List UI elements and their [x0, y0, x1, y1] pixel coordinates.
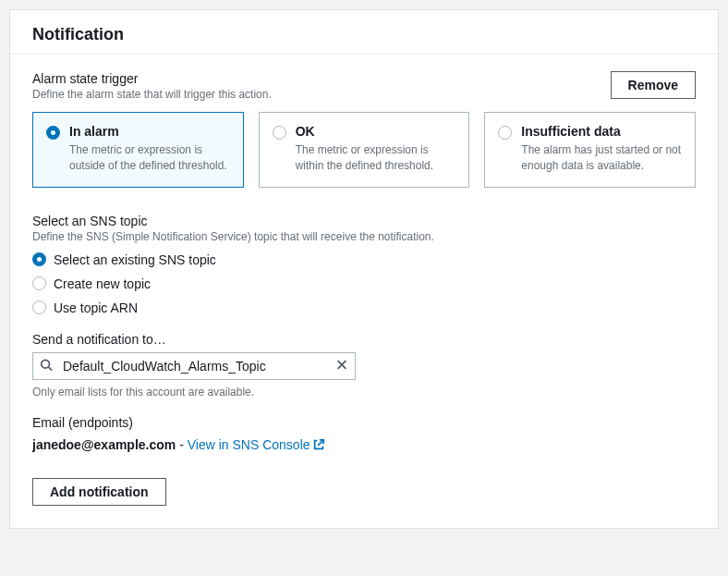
send-to-input-wrap [32, 352, 356, 380]
radio-icon [273, 126, 286, 140]
svg-line-4 [318, 439, 323, 445]
tile-desc: The alarm has just started or not enough… [521, 142, 682, 174]
send-to-label: Send a notification to… [32, 332, 696, 347]
tile-title: In alarm [69, 124, 230, 139]
tile-title: Insufficient data [521, 124, 682, 139]
panel-body: Alarm state trigger Define the alarm sta… [10, 55, 718, 528]
add-notification-row: Add notification [32, 478, 696, 506]
send-to-help: Only email lists for this account are av… [32, 386, 696, 398]
panel-header: Notification [10, 10, 718, 55]
sns-option-existing[interactable]: Select an existing SNS topic [32, 252, 696, 267]
trigger-tile-in-alarm[interactable]: In alarm The metric or expression is out… [32, 112, 244, 188]
remove-button[interactable]: Remove [611, 71, 696, 99]
trigger-section-header: Alarm state trigger Define the alarm sta… [32, 71, 696, 101]
panel-title: Notification [32, 25, 696, 44]
radio-icon [46, 126, 60, 140]
radio-label: Use topic ARN [54, 300, 138, 315]
search-icon [40, 358, 53, 374]
tile-title: OK [296, 124, 456, 139]
trigger-tiles: In alarm The metric or expression is out… [32, 112, 696, 188]
svg-point-0 [42, 360, 50, 368]
tile-desc: The metric or expression is outside of t… [69, 142, 230, 174]
radio-icon [498, 126, 512, 140]
view-sns-console-link[interactable]: View in SNS Console [188, 437, 325, 452]
email-value: janedoe@example.com [32, 437, 176, 452]
send-to-input[interactable] [32, 352, 356, 380]
trigger-tile-ok[interactable]: OK The metric or expression is within th… [259, 112, 470, 188]
email-label: Email (endpoints) [32, 415, 696, 430]
notification-panel: Notification Alarm state trigger Define … [9, 9, 719, 529]
radio-icon [32, 300, 46, 314]
svg-line-1 [49, 367, 53, 371]
sns-section: Select an SNS topic Define the SNS (Simp… [32, 214, 696, 315]
radio-label: Create new topic [54, 276, 151, 291]
email-row: janedoe@example.com - View in SNS Consol… [32, 437, 696, 452]
radio-icon [32, 276, 46, 290]
sns-radio-group: Select an existing SNS topic Create new … [32, 252, 696, 315]
radio-icon [32, 252, 46, 266]
radio-label: Select an existing SNS topic [54, 252, 216, 267]
email-separator: - [176, 437, 187, 452]
add-notification-button[interactable]: Add notification [32, 478, 166, 506]
sns-option-arn[interactable]: Use topic ARN [32, 300, 696, 315]
sns-help: Define the SNS (Simple Notification Serv… [32, 230, 696, 243]
sns-option-create[interactable]: Create new topic [32, 276, 696, 291]
link-label: View in SNS Console [188, 437, 310, 452]
trigger-tile-insufficient-data[interactable]: Insufficient data The alarm has just sta… [484, 112, 696, 188]
trigger-label: Alarm state trigger [32, 71, 272, 86]
trigger-help: Define the alarm state that will trigger… [32, 88, 272, 101]
tile-desc: The metric or expression is within the d… [296, 142, 456, 174]
clear-icon[interactable] [335, 358, 348, 374]
external-link-icon [312, 438, 325, 451]
sns-label: Select an SNS topic [32, 214, 696, 228]
